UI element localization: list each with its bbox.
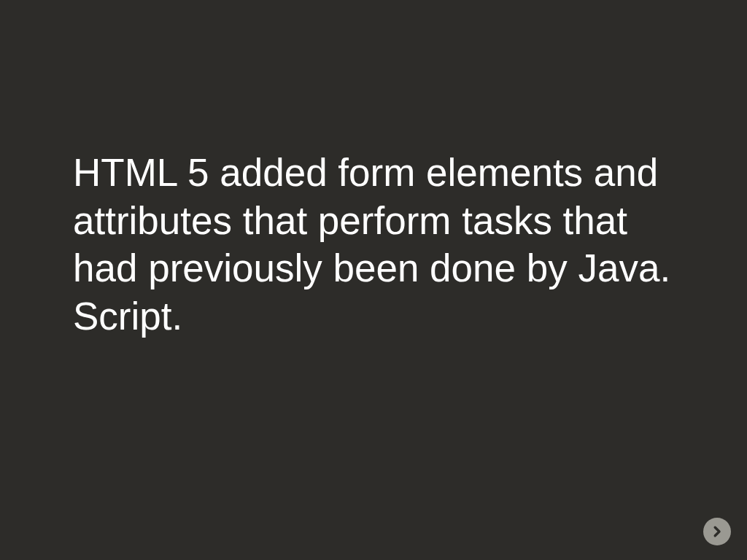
slide-body-text: HTML 5 added form elements and attribute… <box>73 149 678 341</box>
next-slide-button[interactable] <box>703 518 731 545</box>
slide: HTML 5 added form elements and attribute… <box>0 0 747 560</box>
arrow-right-icon <box>710 524 724 539</box>
svg-point-0 <box>710 524 724 539</box>
